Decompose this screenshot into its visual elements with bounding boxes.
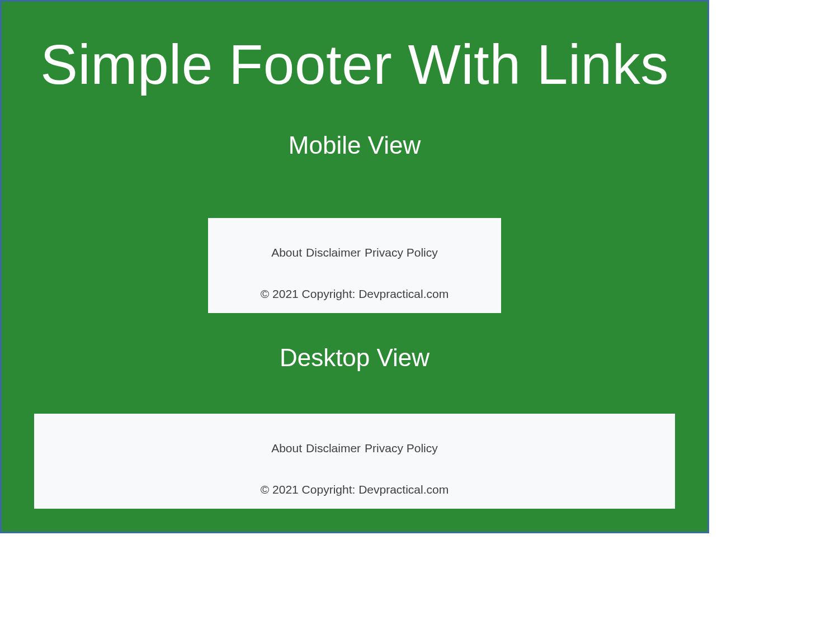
footer-mobile: About Disclaimer Privacy Policy © 2021 C… <box>208 218 501 313</box>
footer-link-privacy[interactable]: Privacy Policy <box>365 246 438 259</box>
footer-desktop: About Disclaimer Privacy Policy © 2021 C… <box>34 414 675 509</box>
footer-desktop-links: About Disclaimer Privacy Policy <box>271 442 438 455</box>
page-title: Simple Footer With Links <box>40 32 668 97</box>
footer-mobile-links: About Disclaimer Privacy Policy <box>271 246 438 259</box>
example-canvas: Simple Footer With Links Mobile View Abo… <box>0 0 709 533</box>
desktop-view-heading: Desktop View <box>280 344 430 372</box>
footer-link-disclaimer[interactable]: Disclaimer <box>306 246 361 259</box>
footer-link-privacy[interactable]: Privacy Policy <box>365 442 438 455</box>
mobile-view-heading: Mobile View <box>289 131 421 159</box>
footer-link-about[interactable]: About <box>271 442 302 455</box>
footer-mobile-copyright: © 2021 Copyright: Devpractical.com <box>261 287 449 301</box>
footer-link-about[interactable]: About <box>271 246 302 259</box>
footer-desktop-copyright: © 2021 Copyright: Devpractical.com <box>261 483 449 496</box>
footer-link-disclaimer[interactable]: Disclaimer <box>306 442 361 455</box>
